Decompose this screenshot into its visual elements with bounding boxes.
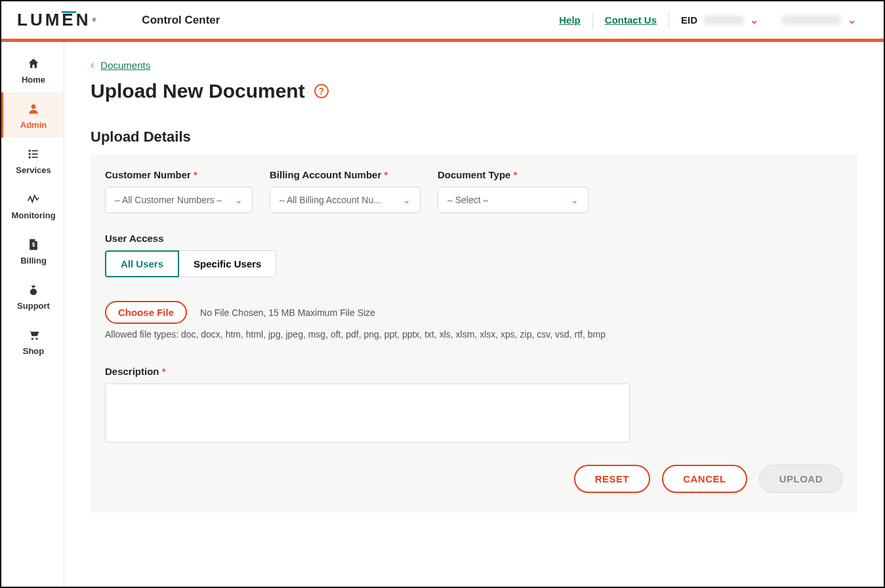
reset-button[interactable]: RESET — [574, 465, 651, 493]
shop-icon — [26, 328, 41, 342]
section-title: Upload Details — [91, 128, 857, 146]
page-title: Upload New Document — [91, 80, 305, 102]
svg-point-0 — [31, 104, 36, 109]
sidebar-item-label: Services — [16, 165, 51, 175]
chevron-down-icon: ⌄ — [848, 14, 856, 26]
document-type-label: Document Type * — [438, 169, 588, 180]
eid-label: EID — [681, 14, 697, 26]
sidebar-item-label: Support — [17, 301, 50, 311]
svg-point-3 — [29, 153, 31, 155]
upload-details-panel: Customer Number * – All Customer Numbers… — [91, 155, 857, 513]
sidebar-item-admin[interactable]: Admin — [1, 92, 64, 138]
billing-account-label: Billing Account Number * — [270, 169, 421, 180]
sidebar-item-label: Shop — [23, 346, 45, 356]
all-users-toggle[interactable]: All Users — [105, 250, 179, 277]
billing-icon: $ — [26, 237, 41, 252]
product-name: Control Center — [142, 14, 220, 27]
select-value: – All Billing Account Nu... — [279, 195, 381, 205]
description-label: Description * — [105, 366, 843, 377]
cancel-button[interactable]: CANCEL — [662, 465, 747, 493]
sidebar-item-billing[interactable]: $ Billing — [1, 228, 64, 273]
svg-point-1 — [29, 149, 31, 151]
user-dropdown[interactable]: ⌄ — [770, 14, 868, 26]
choose-file-button[interactable]: Choose File — [105, 301, 187, 324]
chevron-down-icon: ⌄ — [403, 195, 411, 205]
action-bar: RESET CANCEL UPLOAD — [105, 465, 843, 493]
svg-rect-4 — [32, 153, 38, 155]
logo: LUMEN® — [17, 10, 96, 30]
svg-point-5 — [29, 156, 31, 158]
contact-link[interactable]: Contact Us — [593, 14, 669, 26]
description-input[interactable] — [105, 383, 630, 442]
select-value: – Select – — [447, 195, 488, 205]
user-access-toggle: All Users Specific Users — [105, 250, 276, 277]
help-icon[interactable]: ? — [314, 84, 329, 98]
user-value-hidden — [782, 16, 841, 25]
specific-users-toggle[interactable]: Specific Users — [179, 250, 276, 277]
home-icon — [26, 56, 41, 71]
svg-point-10 — [35, 338, 37, 340]
sidebar-item-home[interactable]: Home — [1, 47, 64, 92]
customer-number-select[interactable]: – All Customer Numbers – ⌄ — [105, 187, 253, 213]
main-content: ‹ Documents Upload New Document ? Upload… — [64, 42, 884, 587]
svg-point-9 — [31, 338, 33, 340]
sidebar-item-label: Billing — [20, 256, 47, 265]
allowed-types: Allowed file types: doc, docx, htm, html… — [105, 329, 843, 340]
sidebar-item-label: Home — [22, 75, 45, 85]
services-icon — [26, 147, 41, 161]
sidebar-item-shop[interactable]: Shop — [1, 319, 64, 364]
chevron-left-icon[interactable]: ‹ — [91, 59, 94, 71]
eid-dropdown[interactable]: EID ⌄ — [669, 14, 770, 26]
admin-icon — [26, 102, 41, 116]
breadcrumb-link[interactable]: Documents — [100, 60, 150, 71]
sidebar-item-monitoring[interactable]: Monitoring — [1, 183, 64, 228]
document-type-select[interactable]: – Select – ⌄ — [438, 187, 588, 213]
file-hint: No File Chosen, 15 MB Maximum File Size — [200, 307, 375, 318]
svg-point-8 — [30, 288, 37, 295]
user-access-label: User Access — [105, 233, 843, 244]
support-icon — [26, 283, 41, 297]
sidebar-item-support[interactable]: Support — [1, 273, 64, 319]
sidebar: Home Admin Services Monitoring — [1, 42, 64, 587]
header-links: Help Contact Us EID ⌄ ⌄ — [547, 12, 868, 29]
sidebar-item-label: Admin — [20, 120, 47, 130]
chevron-down-icon: ⌄ — [235, 195, 243, 205]
upload-button[interactable]: UPLOAD — [759, 465, 843, 493]
customer-number-label: Customer Number * — [105, 169, 253, 180]
sidebar-item-services[interactable]: Services — [1, 138, 64, 183]
svg-text:$: $ — [32, 241, 35, 248]
svg-rect-6 — [32, 157, 38, 158]
eid-value-hidden — [704, 16, 743, 25]
breadcrumb: ‹ Documents — [91, 59, 857, 71]
chevron-down-icon: ⌄ — [750, 14, 758, 26]
select-value: – All Customer Numbers – — [115, 195, 222, 205]
sidebar-item-label: Monitoring — [11, 210, 55, 220]
header: LUMEN® Control Center Help Contact Us EI… — [1, 1, 884, 42]
svg-rect-2 — [32, 150, 38, 151]
help-link[interactable]: Help — [547, 14, 592, 26]
billing-account-select[interactable]: – All Billing Account Nu... ⌄ — [270, 187, 421, 213]
monitoring-icon — [26, 192, 41, 206]
chevron-down-icon: ⌄ — [571, 195, 579, 205]
